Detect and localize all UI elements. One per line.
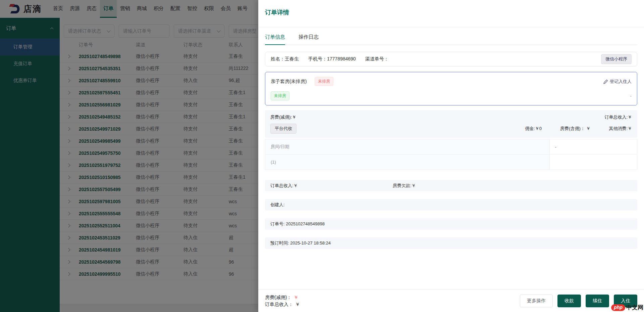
room-arrears: 房费欠款:￥: [393, 183, 416, 189]
room-date-row-value: [550, 154, 637, 170]
room-assign-badge: 未排房: [271, 91, 289, 100]
php-logo: php: [611, 304, 625, 311]
drawer-title: 订单详情: [265, 8, 637, 16]
watermark-site-text: 中文网: [626, 304, 643, 311]
book-time-row: 预订时间: 2025-10-27 18:58:24: [265, 237, 637, 249]
order-detail-drawer: 订单详情 订单信息 操作日志 姓名：王春生 手机号：17778984690 渠道…: [258, 0, 644, 312]
footer-button-label: 入住: [621, 298, 630, 304]
room-date-row-label: (1): [265, 154, 550, 170]
order-no-value: 订单号: 2025102748549898: [270, 221, 325, 227]
order-income-label: 订单总收入:￥: [604, 114, 632, 120]
pencil-icon: [603, 79, 608, 84]
room-fee-incl-label: 房费(含佣)： ￥: [560, 126, 590, 132]
room-date-header-value: -: [550, 139, 637, 154]
fees-summary: 房费(减佣):￥ 订单总收入:￥ 平台代收 佣金:￥0 房费(含佣)： ￥ 其他…: [265, 110, 637, 138]
room-date-table: 房间/日期 - (1): [265, 139, 637, 170]
footer-button-label: 更多操作: [527, 298, 546, 304]
creator-row: 创建人:: [265, 199, 637, 211]
drawer-tabs: 订单信息 操作日志: [265, 27, 637, 45]
platform-collect-badge[interactable]: 平台代收: [270, 124, 297, 134]
drawer-body: 姓名：王春生 手机号：17778984690 渠道单号： 微信小程序 亲子套房(…: [258, 45, 644, 289]
tab-order-info[interactable]: 订单信息: [265, 34, 285, 45]
commission-value: 佣金:￥0: [525, 126, 542, 132]
footer-fee-currency: ￥: [293, 295, 298, 300]
guest-name-label: 姓名：: [271, 56, 285, 61]
footer-button-label: 续住: [593, 298, 602, 304]
guest-name: 王春生: [285, 56, 299, 61]
income-arrears-row: 订单总收入:￥ 房费欠款:￥: [265, 180, 637, 191]
order-no-row: 订单号: 2025102748549898: [265, 218, 637, 230]
footer-fee-label: 房费(减佣)：: [265, 295, 291, 300]
extend-stay-button[interactable]: 续住: [586, 295, 609, 307]
room-name: 亲子套房(未排房): [271, 79, 307, 85]
room-value-dash: -: [630, 93, 632, 99]
guest-phone: 17778984690: [327, 56, 356, 61]
channel-order-no-label: 渠道单号：: [365, 56, 389, 62]
guest-phone-label: 手机号：: [308, 56, 327, 61]
more-actions-button[interactable]: 更多操作: [520, 295, 553, 307]
channel-badge: 微信小程序: [601, 54, 632, 64]
room-status-badge: 未排房: [315, 77, 333, 86]
room-card[interactable]: 亲子套房(未排房) 未排房 登记入住人 未排房 -: [265, 72, 637, 105]
footer-income-currency: ￥: [295, 302, 300, 307]
register-guest-label: 登记入住人: [610, 79, 632, 85]
other-consume-label: 其他消费:￥: [609, 126, 632, 132]
book-time-value: 预订时间: 2025-10-27 18:58:24: [270, 240, 331, 246]
register-guest-link[interactable]: 登记入住人: [603, 79, 632, 85]
collect-payment-button[interactable]: 收款: [557, 295, 581, 307]
tab-operation-log[interactable]: 操作日志: [299, 34, 319, 45]
creator-label: 创建人:: [270, 202, 285, 208]
guest-info-card: 姓名：王春生 手机号：17778984690 渠道单号： 微信小程序: [265, 52, 637, 66]
php-cn-watermark: php 中文网: [611, 304, 643, 311]
footer-button-label: 收款: [565, 298, 574, 304]
room-fee-label: 房费(减佣):￥: [270, 114, 296, 120]
room-date-header: 房间/日期: [265, 139, 550, 154]
drawer-footer: 房费(减佣)：￥ 订单总收入：￥ 更多操作 收款 续住 入住: [258, 289, 644, 312]
drawer-tab-label: 操作日志: [299, 34, 319, 40]
drawer-tab-label: 订单信息: [265, 34, 285, 40]
footer-income-label: 订单总收入：: [265, 302, 293, 307]
order-income-total: 订单总收入:￥: [270, 183, 393, 189]
drawer-header: 订单详情: [258, 0, 644, 27]
